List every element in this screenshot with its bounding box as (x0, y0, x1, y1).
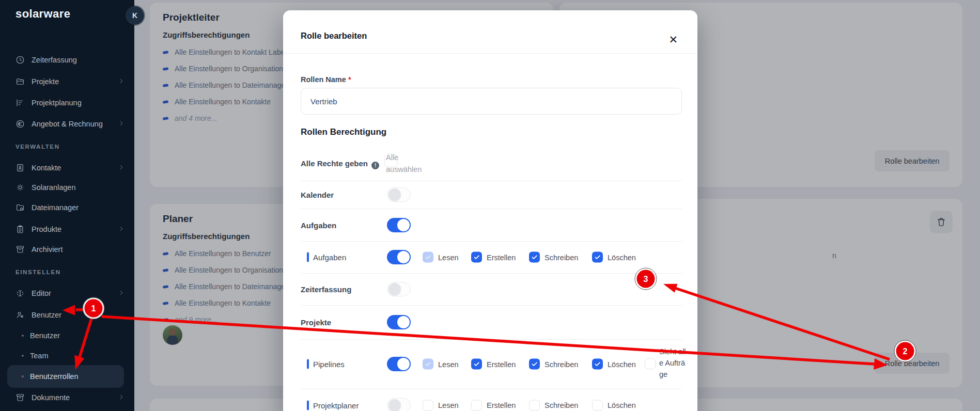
sidebar-subitem-benutzerrollen[interactable]: Benutzerrollen (7, 365, 124, 388)
info-icon[interactable]: ! (371, 162, 379, 169)
sidebar-item-label: Projektplanung (32, 99, 82, 107)
sidebar-item-angebot-rechnung[interactable]: Angebot & Rechnung (0, 114, 134, 134)
checkbox-loeschen[interactable]: Löschen (592, 400, 636, 410)
checkbox-unchecked-icon (471, 400, 482, 410)
toggle-on[interactable] (387, 357, 411, 371)
sidebar-item-dateimanager[interactable]: Dateimanager (0, 197, 134, 218)
permission-row-projekte: Projekte (301, 305, 682, 340)
clipboard-icon (15, 225, 25, 234)
chevron-right-icon (118, 225, 125, 234)
toggle-off[interactable] (387, 398, 411, 411)
close-icon[interactable]: ✕ (668, 34, 678, 45)
sidebar-item-benutzer[interactable]: Benutzer (0, 305, 134, 325)
role-name-input[interactable] (301, 88, 682, 115)
app-logo: solarware (15, 7, 70, 21)
permission-subrow-pipelines: Pipelines Lesen Erstellen Schreiben Lösc… (301, 339, 682, 389)
sidebar-item-label: Zeiterfassung (32, 56, 77, 64)
checkbox-checked-icon (592, 252, 603, 263)
checkbox-lesen[interactable]: Lesen (423, 252, 459, 263)
row-label: Aufgaben (301, 220, 336, 229)
sidebar-item-label: Produkte (32, 225, 61, 233)
sidebar-item-label: Archiviert (32, 245, 63, 254)
toggle-on[interactable] (387, 315, 411, 329)
toggle-on[interactable] (387, 218, 411, 232)
checkbox-checked-icon (471, 359, 482, 370)
sidebar-subitem-benutzer[interactable]: Benutzer (0, 325, 134, 346)
sidebar-item-label: Solaranlagen (32, 183, 75, 192)
checkbox-loeschen[interactable]: Löschen (592, 359, 636, 370)
sidebar-item-projektplanung[interactable]: Projektplanung (0, 92, 134, 113)
sidebar-item-archiviert[interactable]: Archiviert (0, 239, 134, 260)
checkbox-erstellen[interactable]: Erstellen (471, 359, 516, 370)
sidebar-item-dokumente[interactable]: Dokumente (0, 387, 134, 408)
sidebar-item-label: Benutzerrollen (30, 372, 79, 381)
text-cursor-icon (15, 289, 25, 298)
sun-icon (15, 183, 25, 192)
master-row-label: Alle Rechte geben! (301, 159, 379, 169)
sidebar-item-label: Editor (32, 289, 51, 297)
select-all-checkbox[interactable]: Alle auswählen (384, 151, 433, 178)
permissions-section-title: Rollen Berechtigung (301, 127, 386, 137)
sidebar-item-zeiterfassung[interactable]: Zeiterfassung (0, 50, 134, 70)
checkbox-checked-disabled-icon (423, 252, 433, 263)
modal-title: Rolle bearbeiten (301, 31, 367, 41)
toggle-off[interactable] (387, 282, 411, 296)
checkbox-erstellen[interactable]: Erstellen (471, 400, 516, 410)
sidebar-item-label: Benutzer (32, 311, 61, 319)
checkbox-unchecked-icon (645, 358, 656, 369)
bullet-icon (22, 335, 24, 337)
permission-subrow-aufgaben: Aufgaben Lesen Erstellen Schreiben Lösch… (301, 241, 682, 274)
checkbox-schreiben[interactable]: Schreiben (529, 359, 578, 370)
contacts-icon (15, 163, 25, 172)
checkbox-checked-icon (529, 359, 540, 370)
toggle-on[interactable] (387, 250, 411, 264)
box-icon (15, 393, 25, 402)
row-label: Projekte (301, 318, 331, 327)
subrow-marker (307, 359, 309, 369)
sidebar-item-label: Benutzer (30, 331, 60, 340)
sidebar-item-kontakte[interactable]: Kontakte (0, 157, 134, 178)
folder-search-icon (15, 203, 25, 212)
edit-role-modal: Rolle bearbeiten ✕ Rollen Name * Rollen … (283, 10, 697, 411)
permission-subrow-projektplaner: Projektplaner Lesen Erstellen Schreiben … (301, 389, 682, 411)
toggle-knob (397, 219, 410, 231)
sidebar-item-solaranlagen[interactable]: Solaranlagen (0, 177, 134, 198)
sidebar: solarware Zeiterfassung Projekte Projekt… (0, 0, 134, 411)
planning-icon (15, 98, 25, 107)
sidebar-item-label: Angebot & Rechnung (32, 120, 103, 128)
chevron-right-icon (118, 77, 125, 86)
row-label: Projektplaner (313, 401, 359, 409)
sidebar-item-label: Dateimanager (32, 203, 79, 212)
permission-row-aufgaben: Aufgaben (301, 209, 682, 242)
checkbox-lesen[interactable]: Lesen (423, 400, 459, 410)
checkbox-erstellen[interactable]: Erstellen (471, 252, 516, 263)
sidebar-item-projekte[interactable]: Projekte (0, 71, 134, 92)
toggle-off[interactable] (387, 187, 411, 202)
clipped-menu-item (14, 38, 118, 41)
folder-icon (15, 77, 25, 86)
checkbox-checked-icon (471, 252, 482, 263)
checkbox-loeschen[interactable]: Löschen (592, 252, 636, 263)
user-avatar[interactable]: K (126, 6, 144, 25)
checkbox-checked-disabled-icon (423, 359, 433, 370)
chevron-right-icon (118, 289, 125, 298)
permission-row-master: Alle Rechte geben! Alle auswählen (301, 147, 682, 181)
sidebar-subitem-team[interactable]: Team (0, 345, 134, 366)
sidebar-item-label: Dokumente (32, 393, 70, 402)
sidebar-section-verwalten: VERWALTEN (15, 144, 60, 150)
sidebar-item-editor[interactable]: Editor (0, 283, 134, 304)
sidebar-item-label: Projekte (32, 77, 59, 86)
bullet-icon (22, 375, 24, 377)
sidebar-item-produkte[interactable]: Produkte (0, 219, 134, 240)
checkbox-schreiben[interactable]: Schreiben (529, 252, 578, 263)
checkbox-unchecked-icon (423, 400, 433, 410)
checkbox-lesen[interactable]: Lesen (423, 359, 459, 370)
row-label: Zeiterfassung (301, 285, 351, 294)
required-asterisk: * (348, 75, 351, 84)
checkbox-checked-icon (592, 359, 603, 370)
sidebar-item-label: Team (30, 352, 48, 360)
bullet-icon (22, 355, 24, 357)
chevron-right-icon (118, 164, 125, 172)
checkbox-sieht-alle-auftraege[interactable]: Sieht alle Aufträge (645, 346, 689, 382)
checkbox-schreiben[interactable]: Schreiben (529, 400, 578, 410)
